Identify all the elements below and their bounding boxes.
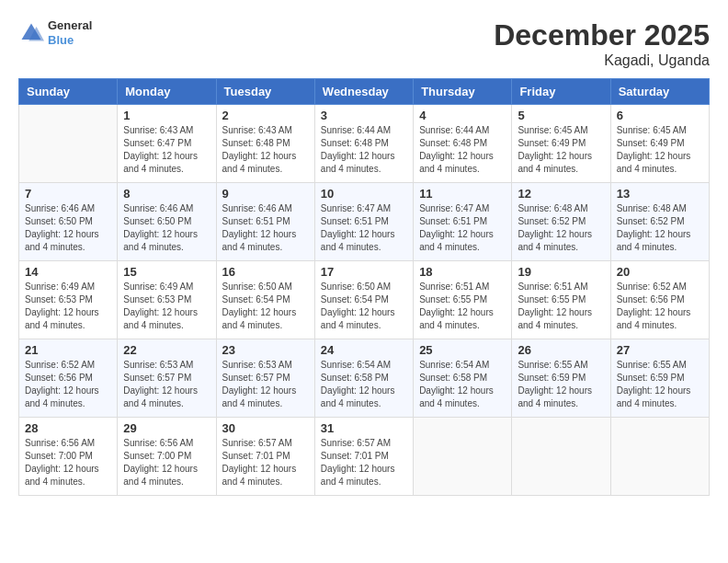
calendar-cell: 15Sunrise: 6:49 AM Sunset: 6:53 PM Dayli… [118,261,216,339]
page-title: December 2025 [494,18,710,52]
day-info: Sunrise: 6:45 AM Sunset: 6:49 PM Dayligh… [617,124,703,176]
calendar-cell: 31Sunrise: 6:57 AM Sunset: 7:01 PM Dayli… [314,418,413,496]
day-info: Sunrise: 6:48 AM Sunset: 6:52 PM Dayligh… [518,202,604,254]
day-info: Sunrise: 6:56 AM Sunset: 7:00 PM Dayligh… [123,437,210,488]
day-info: Sunrise: 6:56 AM Sunset: 7:00 PM Dayligh… [25,437,111,488]
calendar-cell: 17Sunrise: 6:50 AM Sunset: 6:54 PM Dayli… [314,261,413,339]
calendar-cell: 28Sunrise: 6:56 AM Sunset: 7:00 PM Dayli… [19,418,118,496]
calendar-header-row: SundayMondayTuesdayWednesdayThursdayFrid… [19,79,710,105]
day-header-monday: Monday [118,79,216,105]
day-number: 23 [222,343,309,357]
day-info: Sunrise: 6:47 AM Sunset: 6:51 PM Dayligh… [321,202,407,254]
day-number: 9 [222,187,309,201]
day-info: Sunrise: 6:57 AM Sunset: 7:01 PM Dayligh… [321,437,407,488]
day-info: Sunrise: 6:45 AM Sunset: 6:49 PM Dayligh… [518,124,604,176]
day-number: 15 [123,265,210,279]
calendar-cell: 26Sunrise: 6:55 AM Sunset: 6:59 PM Dayli… [512,339,610,418]
day-info: Sunrise: 6:47 AM Sunset: 6:51 PM Dayligh… [419,202,506,254]
day-number: 8 [123,187,210,201]
day-info: Sunrise: 6:53 AM Sunset: 6:57 PM Dayligh… [222,359,309,410]
day-number: 24 [321,343,407,357]
day-info: Sunrise: 6:43 AM Sunset: 6:47 PM Dayligh… [123,124,210,176]
day-number: 28 [25,421,111,435]
day-info: Sunrise: 6:54 AM Sunset: 6:58 PM Dayligh… [419,359,506,410]
calendar-cell: 22Sunrise: 6:53 AM Sunset: 6:57 PM Dayli… [118,339,216,418]
calendar-cell [414,418,512,496]
calendar-cell: 30Sunrise: 6:57 AM Sunset: 7:01 PM Dayli… [216,418,314,496]
day-info: Sunrise: 6:52 AM Sunset: 6:56 PM Dayligh… [617,281,703,332]
day-number: 1 [123,109,210,122]
day-number: 4 [419,109,506,122]
day-info: Sunrise: 6:48 AM Sunset: 6:52 PM Dayligh… [617,202,703,254]
day-number: 5 [518,109,604,122]
calendar-cell: 24Sunrise: 6:54 AM Sunset: 6:58 PM Dayli… [314,339,413,418]
calendar-cell: 25Sunrise: 6:54 AM Sunset: 6:58 PM Dayli… [414,339,512,418]
calendar-cell: 4Sunrise: 6:44 AM Sunset: 6:48 PM Daylig… [414,105,512,183]
logo-icon [18,20,44,46]
day-header-friday: Friday [512,79,610,105]
day-header-wednesday: Wednesday [314,79,413,105]
day-number: 16 [222,265,309,279]
day-info: Sunrise: 6:44 AM Sunset: 6:48 PM Dayligh… [419,124,506,176]
calendar-cell: 19Sunrise: 6:51 AM Sunset: 6:55 PM Dayli… [512,261,610,339]
day-number: 6 [617,109,703,122]
day-number: 27 [617,343,703,357]
day-number: 26 [518,343,604,357]
day-info: Sunrise: 6:52 AM Sunset: 6:56 PM Dayligh… [25,359,111,410]
calendar-cell: 6Sunrise: 6:45 AM Sunset: 6:49 PM Daylig… [610,105,709,183]
calendar-cell: 13Sunrise: 6:48 AM Sunset: 6:52 PM Dayli… [610,183,709,261]
calendar-cell: 11Sunrise: 6:47 AM Sunset: 6:51 PM Dayli… [414,183,512,261]
day-info: Sunrise: 6:49 AM Sunset: 6:53 PM Dayligh… [25,281,111,332]
calendar-cell: 27Sunrise: 6:55 AM Sunset: 6:59 PM Dayli… [610,339,709,418]
calendar-cell: 10Sunrise: 6:47 AM Sunset: 6:51 PM Dayli… [314,183,413,261]
calendar-cell: 8Sunrise: 6:46 AM Sunset: 6:50 PM Daylig… [118,183,216,261]
day-number: 7 [25,187,111,201]
day-number: 2 [222,109,309,122]
calendar-cell: 18Sunrise: 6:51 AM Sunset: 6:55 PM Dayli… [414,261,512,339]
calendar-week-row: 14Sunrise: 6:49 AM Sunset: 6:53 PM Dayli… [19,261,710,339]
day-header-saturday: Saturday [610,79,709,105]
day-info: Sunrise: 6:57 AM Sunset: 7:01 PM Dayligh… [222,437,309,488]
calendar-week-row: 28Sunrise: 6:56 AM Sunset: 7:00 PM Dayli… [19,418,710,496]
day-info: Sunrise: 6:50 AM Sunset: 6:54 PM Dayligh… [321,281,407,332]
page-header: General Blue December 2025 Kagadi, Ugand… [18,18,710,69]
day-info: Sunrise: 6:50 AM Sunset: 6:54 PM Dayligh… [222,281,309,332]
calendar-cell: 7Sunrise: 6:46 AM Sunset: 6:50 PM Daylig… [19,183,118,261]
calendar-cell: 12Sunrise: 6:48 AM Sunset: 6:52 PM Dayli… [512,183,610,261]
day-number: 13 [617,187,703,201]
calendar-cell: 9Sunrise: 6:46 AM Sunset: 6:51 PM Daylig… [216,183,314,261]
day-info: Sunrise: 6:51 AM Sunset: 6:55 PM Dayligh… [518,281,604,332]
day-info: Sunrise: 6:49 AM Sunset: 6:53 PM Dayligh… [123,281,210,332]
calendar-cell: 20Sunrise: 6:52 AM Sunset: 6:56 PM Dayli… [610,261,709,339]
logo-text: General Blue [48,18,92,47]
day-header-thursday: Thursday [414,79,512,105]
day-number: 11 [419,187,506,201]
day-number: 31 [321,421,407,435]
day-header-sunday: Sunday [19,79,118,105]
calendar-cell: 1Sunrise: 6:43 AM Sunset: 6:47 PM Daylig… [118,105,216,183]
calendar-cell: 2Sunrise: 6:43 AM Sunset: 6:48 PM Daylig… [216,105,314,183]
day-number: 22 [123,343,210,357]
day-info: Sunrise: 6:46 AM Sunset: 6:51 PM Dayligh… [222,202,309,254]
day-number: 18 [419,265,506,279]
calendar-cell: 5Sunrise: 6:45 AM Sunset: 6:49 PM Daylig… [512,105,610,183]
day-number: 3 [321,109,407,122]
day-info: Sunrise: 6:46 AM Sunset: 6:50 PM Dayligh… [25,202,111,254]
calendar-cell [512,418,610,496]
calendar-week-row: 1Sunrise: 6:43 AM Sunset: 6:47 PM Daylig… [19,105,710,183]
day-info: Sunrise: 6:46 AM Sunset: 6:50 PM Dayligh… [123,202,210,254]
calendar-cell: 14Sunrise: 6:49 AM Sunset: 6:53 PM Dayli… [19,261,118,339]
calendar-cell: 29Sunrise: 6:56 AM Sunset: 7:00 PM Dayli… [118,418,216,496]
day-info: Sunrise: 6:55 AM Sunset: 6:59 PM Dayligh… [518,359,604,410]
calendar-cell: 23Sunrise: 6:53 AM Sunset: 6:57 PM Dayli… [216,339,314,418]
day-info: Sunrise: 6:53 AM Sunset: 6:57 PM Dayligh… [123,359,210,410]
calendar-table: SundayMondayTuesdayWednesdayThursdayFrid… [18,78,710,496]
day-number: 20 [617,265,703,279]
calendar-cell: 16Sunrise: 6:50 AM Sunset: 6:54 PM Dayli… [216,261,314,339]
day-info: Sunrise: 6:55 AM Sunset: 6:59 PM Dayligh… [617,359,703,410]
day-info: Sunrise: 6:54 AM Sunset: 6:58 PM Dayligh… [321,359,407,410]
day-number: 12 [518,187,604,201]
logo: General Blue [18,18,92,47]
logo-line1: General [48,18,92,33]
day-number: 21 [25,343,111,357]
